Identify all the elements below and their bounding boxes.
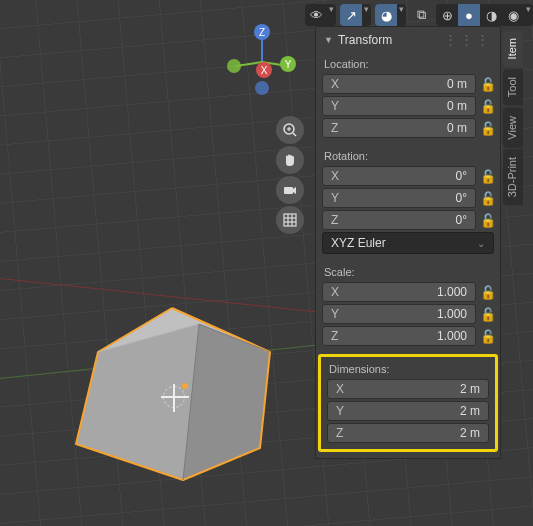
- gizmos-toggle-icon[interactable]: ↗: [340, 4, 362, 26]
- gizmo-z-label: Z: [259, 27, 265, 38]
- location-y-field[interactable]: Y0 m: [322, 96, 476, 116]
- wireframe-shading-icon[interactable]: ⊕: [436, 4, 458, 26]
- transform-panel: ▼ Transform ⋮⋮⋮ Location: X0 m🔓 Y0 m🔓 Z0…: [315, 26, 501, 459]
- lock-icon[interactable]: 🔓: [480, 99, 494, 114]
- n-panel-tabs: Item Tool View 3D-Print: [503, 30, 523, 206]
- scale-z-field[interactable]: Z1.000: [322, 326, 476, 346]
- scale-x-field[interactable]: X1.000: [322, 282, 476, 302]
- chevron-down-icon[interactable]: ▾: [524, 4, 533, 26]
- lock-icon[interactable]: 🔓: [480, 191, 494, 206]
- dimensions-z-field[interactable]: Z2 m: [327, 423, 489, 443]
- overlays-toggle-icon[interactable]: ◕: [375, 4, 397, 26]
- lock-icon[interactable]: 🔓: [480, 77, 494, 92]
- orientation-gizmo[interactable]: Z Y X: [222, 22, 302, 102]
- chevron-down-icon[interactable]: ▾: [327, 4, 336, 26]
- tab-tool[interactable]: Tool: [503, 69, 523, 105]
- scale-y-field[interactable]: Y1.000: [322, 304, 476, 324]
- dimensions-label: Dimensions:: [323, 359, 493, 379]
- zoom-icon[interactable]: [276, 116, 304, 144]
- lock-icon[interactable]: 🔓: [480, 285, 494, 300]
- chevron-down-icon: ⌄: [477, 238, 485, 249]
- svg-rect-18: [284, 187, 293, 194]
- dimensions-highlight: Dimensions: X2 m Y2 m Z2 m: [318, 354, 498, 452]
- material-shading-icon[interactable]: ◑: [480, 4, 502, 26]
- location-x-field[interactable]: X0 m: [322, 74, 476, 94]
- dimensions-y-field[interactable]: Y2 m: [327, 401, 489, 421]
- panel-header[interactable]: ▼ Transform ⋮⋮⋮: [316, 27, 500, 52]
- svg-rect-20: [284, 214, 296, 226]
- object-origin-dot: [182, 383, 188, 389]
- gizmo-x-label: X: [261, 65, 268, 76]
- svg-line-15: [293, 133, 296, 136]
- xray-toggle-icon[interactable]: ⧉: [410, 4, 432, 26]
- lock-icon[interactable]: 🔓: [480, 121, 494, 136]
- scale-label: Scale:: [322, 262, 494, 282]
- rotation-mode-value: XYZ Euler: [331, 236, 386, 250]
- rendered-shading-icon[interactable]: ◉: [502, 4, 524, 26]
- drag-handle-icon[interactable]: ⋮⋮⋮: [444, 32, 492, 47]
- cursor-3d: [163, 386, 185, 408]
- viewport-header-toolbar: 👁 ▾ ↗ ▾ ◕ ▾ ⧉ ⊕ ● ◑ ◉ ▾: [305, 4, 533, 26]
- rotation-y-field[interactable]: Y0°: [322, 188, 476, 208]
- svg-point-12: [227, 59, 241, 73]
- rotation-z-field[interactable]: Z0°: [322, 210, 476, 230]
- gizmo-y-label: Y: [285, 59, 292, 70]
- chevron-down-icon[interactable]: ▾: [362, 4, 371, 26]
- camera-view-icon[interactable]: [276, 176, 304, 204]
- lock-icon[interactable]: 🔓: [480, 213, 494, 228]
- rotation-mode-select[interactable]: XYZ Euler⌄: [322, 232, 494, 254]
- tab-view[interactable]: View: [503, 108, 523, 148]
- perspective-toggle-icon[interactable]: [276, 206, 304, 234]
- rotation-x-field[interactable]: X0°: [322, 166, 476, 186]
- location-z-field[interactable]: Z0 m: [322, 118, 476, 138]
- svg-marker-19: [293, 187, 296, 194]
- lock-icon[interactable]: 🔓: [480, 329, 494, 344]
- tab-3d-print[interactable]: 3D-Print: [503, 149, 523, 205]
- dimensions-x-field[interactable]: X2 m: [327, 379, 489, 399]
- panel-title: Transform: [338, 33, 392, 47]
- location-label: Location:: [322, 54, 494, 74]
- rotation-label: Rotation:: [322, 146, 494, 166]
- tab-item[interactable]: Item: [503, 30, 523, 67]
- svg-point-10: [255, 81, 269, 95]
- chevron-down-icon[interactable]: ▾: [397, 4, 406, 26]
- visibility-icon[interactable]: 👁: [305, 4, 327, 26]
- pan-hand-icon[interactable]: [276, 146, 304, 174]
- collapse-triangle-icon[interactable]: ▼: [324, 35, 333, 45]
- lock-icon[interactable]: 🔓: [480, 169, 494, 184]
- lock-icon[interactable]: 🔓: [480, 307, 494, 322]
- solid-shading-icon[interactable]: ●: [458, 4, 480, 26]
- viewport-tool-buttons: [276, 116, 304, 234]
